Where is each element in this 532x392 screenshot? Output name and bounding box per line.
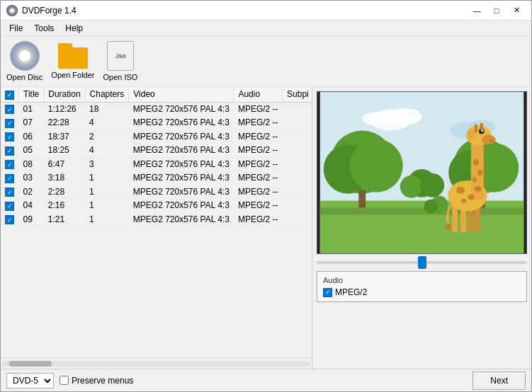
row-duration: 18:37 xyxy=(44,129,85,144)
table-row[interactable]: 04 2:16 1 MPEG2 720x576 PAL 4:3 MPEG/2 -… xyxy=(1,199,312,213)
audio-panel: Audio MPEG/2 xyxy=(317,271,527,302)
svg-point-39 xyxy=(472,177,477,183)
row-video: MPEG2 720x576 PAL 4:3 xyxy=(129,171,234,185)
table-row[interactable]: 09 1:21 1 MPEG2 720x576 PAL 4:3 MPEG/2 -… xyxy=(1,212,312,226)
maximize-button[interactable]: □ xyxy=(487,4,506,18)
open-disc-button[interactable]: Open Disc xyxy=(6,41,43,81)
svg-point-34 xyxy=(468,195,475,200)
row-chapters: 1 xyxy=(85,171,129,185)
open-folder-button[interactable]: Open Folder xyxy=(51,43,94,79)
row-checkbox[interactable] xyxy=(5,215,14,224)
row-video: MPEG2 720x576 PAL 4:3 xyxy=(129,144,234,158)
svg-point-42 xyxy=(424,200,438,214)
table-row[interactable]: 07 22:28 4 MPEG2 720x576 PAL 4:3 MPEG/2 … xyxy=(1,116,312,130)
row-chapters: 1 xyxy=(85,212,129,226)
table-row[interactable]: 06 18:37 2 MPEG2 720x576 PAL 4:3 MPEG/2 … xyxy=(1,129,312,144)
row-checkbox[interactable] xyxy=(5,132,14,142)
row-subpi xyxy=(283,199,312,213)
table-row[interactable]: 02 2:28 1 MPEG2 720x576 PAL 4:3 MPEG/2 -… xyxy=(1,185,312,199)
row-title: 09 xyxy=(19,212,44,226)
svg-point-13 xyxy=(421,173,445,197)
svg-point-16 xyxy=(362,112,390,126)
row-audio: MPEG/2 -- xyxy=(234,185,283,199)
table-row[interactable]: 01 1:12:26 18 MPEG2 720x576 PAL 4:3 MPEG… xyxy=(1,102,312,116)
preview-area xyxy=(317,91,527,254)
svg-rect-6 xyxy=(358,190,366,208)
audio-checkbox[interactable] xyxy=(323,288,332,297)
svg-rect-30 xyxy=(475,125,477,133)
svg-point-15 xyxy=(387,108,422,125)
table-container[interactable]: Title Duration Chapters Video Audio Subp… xyxy=(1,87,312,357)
svg-point-12 xyxy=(400,175,423,198)
iso-icon: .iso xyxy=(107,41,134,71)
preview-image xyxy=(317,92,526,253)
svg-point-33 xyxy=(456,187,465,194)
table-body: 01 1:12:26 18 MPEG2 720x576 PAL 4:3 MPEG… xyxy=(1,102,312,226)
title-bar-controls: — □ ✕ xyxy=(468,4,526,18)
next-button[interactable]: Next xyxy=(472,371,526,390)
close-button[interactable]: ✕ xyxy=(507,4,526,18)
row-subpi xyxy=(283,157,312,171)
col-video: Video xyxy=(129,87,234,102)
row-title: 03 xyxy=(19,171,44,185)
audio-option-label: MPEG/2 xyxy=(335,287,367,297)
right-panel: Audio MPEG/2 xyxy=(312,87,531,369)
status-bar: DVD-5 Preserve menus Next xyxy=(1,369,531,391)
row-title: 05 xyxy=(19,144,44,158)
svg-rect-2 xyxy=(320,208,523,215)
scrollbar-track xyxy=(2,361,310,367)
svg-point-38 xyxy=(477,170,483,175)
row-duration: 2:28 xyxy=(44,185,85,199)
table-row[interactable]: 08 6:47 3 MPEG2 720x576 PAL 4:3 MPEG/2 -… xyxy=(1,157,312,171)
row-checkbox[interactable] xyxy=(5,146,14,156)
row-audio: MPEG/2 -- xyxy=(234,212,283,226)
table-row[interactable]: 03 3:18 1 MPEG2 720x576 PAL 4:3 MPEG/2 -… xyxy=(1,171,312,185)
row-chapters: 3 xyxy=(85,157,129,171)
row-subpi xyxy=(283,171,312,185)
row-video: MPEG2 720x576 PAL 4:3 xyxy=(129,116,234,130)
preserve-checkbox-input[interactable] xyxy=(60,376,69,385)
row-audio: MPEG/2 -- xyxy=(234,171,283,185)
row-subpi xyxy=(283,185,312,199)
menu-file[interactable]: File xyxy=(4,22,28,35)
row-chapters: 1 xyxy=(85,199,129,213)
row-chapters: 1 xyxy=(85,185,129,199)
horizontal-scrollbar[interactable] xyxy=(1,357,312,369)
slider-thumb[interactable] xyxy=(418,256,426,269)
row-checkbox[interactable] xyxy=(5,119,14,128)
row-checkbox[interactable] xyxy=(5,160,14,169)
row-title: 01 xyxy=(19,102,44,116)
open-iso-button[interactable]: .iso Open ISO xyxy=(103,41,138,81)
svg-point-5 xyxy=(349,139,402,192)
table-row[interactable]: 05 18:25 4 MPEG2 720x576 PAL 4:3 MPEG/2 … xyxy=(1,144,312,158)
dvd-size-select[interactable]: DVD-5 xyxy=(6,373,54,388)
menu-tools[interactable]: Tools xyxy=(28,22,60,35)
audio-panel-title: Audio xyxy=(323,276,521,284)
scrollbar-thumb[interactable] xyxy=(9,361,52,367)
main-content: Title Duration Chapters Video Audio Subp… xyxy=(1,87,531,369)
preserve-label: Preserve menus xyxy=(72,376,133,386)
row-video: MPEG2 720x576 PAL 4:3 xyxy=(129,129,234,144)
status-left: DVD-5 Preserve menus xyxy=(6,373,133,388)
folder-icon xyxy=(58,43,88,69)
row-chapters: 18 xyxy=(85,102,129,116)
minimize-button[interactable]: — xyxy=(468,4,486,18)
row-checkbox[interactable] xyxy=(5,105,14,114)
row-video: MPEG2 720x576 PAL 4:3 xyxy=(129,199,234,213)
svg-point-35 xyxy=(475,186,482,192)
row-checkbox[interactable] xyxy=(5,188,14,197)
menu-help[interactable]: Help xyxy=(60,22,89,35)
row-audio: MPEG/2 -- xyxy=(234,102,283,116)
slider-track[interactable] xyxy=(317,261,527,264)
row-checkbox-cell xyxy=(1,116,19,130)
svg-point-37 xyxy=(473,158,479,166)
row-checkbox[interactable] xyxy=(5,202,14,211)
select-all-checkbox[interactable] xyxy=(5,91,14,100)
titles-table: Title Duration Chapters Video Audio Subp… xyxy=(1,87,312,226)
row-checkbox-cell xyxy=(1,199,19,213)
row-chapters: 4 xyxy=(85,144,129,158)
row-chapters: 4 xyxy=(85,116,129,130)
row-audio: MPEG/2 -- xyxy=(234,144,283,158)
row-checkbox[interactable] xyxy=(5,174,14,183)
row-checkbox-cell xyxy=(1,171,19,185)
